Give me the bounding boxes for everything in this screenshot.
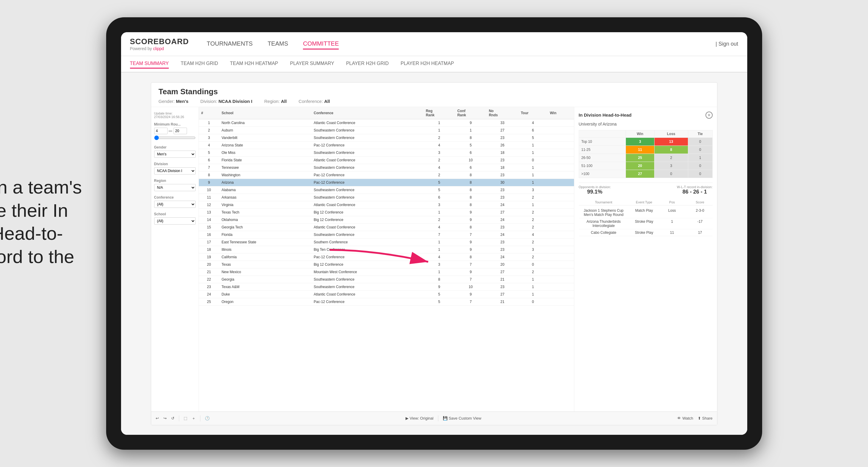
table-row[interactable]: 9 Arizona Pac-12 Conference 5 8 30 1 bbox=[199, 179, 574, 186]
crop-button[interactable]: ⬚ bbox=[184, 416, 187, 421]
cell-num: 13 bbox=[199, 209, 219, 216]
cell-conf-rank: 8 bbox=[455, 201, 487, 209]
tourn-pos: Loss bbox=[659, 209, 685, 217]
table-row[interactable]: 11 Arkansas Southeastern Conference 6 8 … bbox=[199, 193, 574, 201]
table-row[interactable]: 20 Texas Big 12 Conference 3 7 20 0 bbox=[199, 261, 574, 268]
table-row[interactable]: 7 Tennessee Southeastern Conference 4 6 … bbox=[199, 164, 574, 171]
dashboard-container: Team Standings Gender: Men's Division: N… bbox=[151, 82, 717, 425]
tab-team-h2h-heatmap[interactable]: TEAM H2H HEATMAP bbox=[230, 59, 278, 69]
cell-tour: 2 bbox=[519, 238, 548, 246]
cell-reg-rank: 1 bbox=[424, 246, 455, 253]
cell-tour: 5 bbox=[519, 134, 548, 142]
table-row[interactable]: 17 East Tennessee State Southern Confere… bbox=[199, 238, 574, 246]
division-select[interactable]: NCAA Division I NCAA Division II NCAA Di… bbox=[154, 167, 196, 175]
dashboard-header: Team Standings Gender: Men's Division: N… bbox=[151, 83, 717, 107]
cell-no-rnds: 26 bbox=[486, 142, 518, 149]
watch-button[interactable]: 👁 Watch bbox=[677, 416, 693, 421]
cell-school: Arkansas bbox=[219, 193, 311, 201]
table-row[interactable]: 19 California Pac-12 Conference 4 8 24 2 bbox=[199, 253, 574, 261]
table-row[interactable]: 8 Washington Pac-12 Conference 2 8 23 1 bbox=[199, 171, 574, 179]
logo-text: SCOREBOARD bbox=[130, 37, 189, 46]
cell-num: 23 bbox=[199, 283, 219, 290]
cell-no-rnds: 23 bbox=[486, 223, 518, 231]
table-row[interactable]: 25 Oregon Pac-12 Conference 5 7 21 0 bbox=[199, 298, 574, 305]
sign-out-button[interactable]: | Sign out bbox=[716, 41, 738, 47]
dashboard-filters: Gender: Men's Division: NCAA Division I … bbox=[159, 99, 710, 104]
opponents-pct-item: Opponents in division: 99.1% bbox=[579, 185, 611, 195]
standings-table: # School Conference RegRank ConfRank NoR… bbox=[199, 107, 574, 306]
update-time: Update time: 27/03/2024 16:56:26 bbox=[154, 112, 196, 119]
cell-school: California bbox=[219, 253, 311, 261]
filter-group-school: School (All) bbox=[154, 212, 196, 224]
tourn-event-type: Stroke Play bbox=[631, 230, 657, 235]
cell-no-rnds: 27 bbox=[486, 268, 518, 276]
table-row[interactable]: 13 Texas Tech Big 12 Conference 1 9 27 2 bbox=[199, 209, 574, 216]
save-custom-button[interactable]: 💾 Save Custom View bbox=[443, 416, 482, 421]
nav-tournaments[interactable]: TOURNAMENTS bbox=[207, 39, 253, 50]
cell-win bbox=[548, 149, 574, 156]
h2h-win-cell: 20 bbox=[626, 162, 654, 170]
table-row[interactable]: 15 Georgia Tech Atlantic Coast Conferenc… bbox=[199, 223, 574, 231]
add-button[interactable]: ＋ bbox=[192, 416, 196, 421]
cell-conference: Big 12 Conference bbox=[311, 209, 424, 216]
table-row[interactable]: 12 Virginia Atlantic Coast Conference 3 … bbox=[199, 201, 574, 209]
table-row[interactable]: 14 Oklahoma Big 12 Conference 2 9 24 2 bbox=[199, 216, 574, 223]
redo-button[interactable]: ↪ bbox=[163, 416, 167, 421]
tab-team-summary[interactable]: TEAM SUMMARY bbox=[130, 59, 169, 69]
cell-conf-rank: 8 bbox=[455, 186, 487, 193]
region-select[interactable]: N/A All bbox=[154, 184, 196, 191]
nav-teams[interactable]: TEAMS bbox=[268, 39, 288, 50]
table-row[interactable]: 2 Auburn Southeastern Conference 1 1 27 … bbox=[199, 126, 574, 134]
share-button[interactable]: ⬆ Share bbox=[698, 416, 713, 421]
cell-school: East Tennessee State bbox=[219, 238, 311, 246]
table-row[interactable]: 4 Arizona State Pac-12 Conference 4 5 26… bbox=[199, 142, 574, 149]
min-rounds-input[interactable] bbox=[154, 128, 167, 134]
reset-button[interactable]: ↺ bbox=[171, 416, 175, 421]
school-select[interactable]: (All) bbox=[154, 217, 196, 224]
cell-win bbox=[548, 283, 574, 290]
table-row[interactable]: 3 Vanderbilt Southeastern Conference 2 8… bbox=[199, 134, 574, 142]
table-row[interactable]: 5 Ole Miss Southeastern Conference 3 6 1… bbox=[199, 149, 574, 156]
cell-conference: Atlantic Coast Conference bbox=[311, 290, 424, 298]
table-row[interactable]: 23 Texas A&M Southeastern Conference 9 1… bbox=[199, 283, 574, 290]
table-row[interactable]: 24 Duke Atlantic Coast Conference 5 9 27… bbox=[199, 290, 574, 298]
tab-player-summary[interactable]: PLAYER SUMMARY bbox=[290, 59, 334, 69]
cell-no-rnds: 24 bbox=[486, 253, 518, 261]
cell-tour: 2 bbox=[519, 209, 548, 216]
cell-win bbox=[548, 209, 574, 216]
col-reg-rank: RegRank bbox=[424, 107, 455, 119]
table-row[interactable]: 18 Illinois Big Ten Conference 1 9 23 3 bbox=[199, 246, 574, 253]
cell-reg-rank: 5 bbox=[424, 298, 455, 305]
cell-conf-rank: 7 bbox=[455, 298, 487, 305]
h2h-row-label: >100 bbox=[579, 170, 626, 178]
tourn-col-type: Event Type bbox=[631, 200, 657, 204]
filter-group-region: Region N/A All bbox=[154, 179, 196, 191]
tab-player-h2h-heatmap[interactable]: PLAYER H2H HEATMAP bbox=[400, 59, 454, 69]
nav-committee[interactable]: COMMITTEE bbox=[303, 39, 339, 50]
clock-button[interactable]: 🕐 bbox=[205, 416, 210, 421]
table-row[interactable]: 16 Florida Southeastern Conference 7 7 2… bbox=[199, 231, 574, 238]
table-row[interactable]: 10 Alabama Southeastern Conference 5 8 2… bbox=[199, 186, 574, 193]
gender-select[interactable]: Men's Women's bbox=[154, 151, 196, 158]
close-panel-button[interactable]: ✕ bbox=[706, 112, 713, 119]
h2h-tie-cell: 1 bbox=[688, 154, 712, 162]
cell-school: Ole Miss bbox=[219, 149, 311, 156]
tourn-pos: 1 bbox=[659, 219, 685, 228]
cell-school: Texas A&M bbox=[219, 283, 311, 290]
table-row[interactable]: 22 Georgia Southeastern Conference 8 7 2… bbox=[199, 276, 574, 283]
table-row[interactable]: 21 New Mexico Mountain West Conference 1… bbox=[199, 268, 574, 276]
cell-school: Vanderbilt bbox=[219, 134, 311, 142]
table-row[interactable]: 1 North Carolina Atlantic Coast Conferen… bbox=[199, 119, 574, 126]
cell-reg-rank: 2 bbox=[424, 216, 455, 223]
max-rounds-input[interactable] bbox=[174, 128, 187, 134]
undo-button[interactable]: ↩ bbox=[156, 416, 159, 421]
cell-win bbox=[548, 126, 574, 134]
view-original-button[interactable]: ▶ View: Original bbox=[405, 416, 434, 421]
cell-tour: 1 bbox=[519, 276, 548, 283]
table-row[interactable]: 6 Florida State Atlantic Coast Conferenc… bbox=[199, 156, 574, 164]
rounds-slider[interactable] bbox=[154, 135, 196, 140]
conference-select[interactable]: (All) Atlantic Coast Conference Southeas… bbox=[154, 201, 196, 208]
cell-reg-rank: 1 bbox=[424, 238, 455, 246]
tab-team-h2h-grid[interactable]: TEAM H2H GRID bbox=[181, 59, 218, 69]
tab-player-h2h-grid[interactable]: PLAYER H2H GRID bbox=[346, 59, 389, 69]
